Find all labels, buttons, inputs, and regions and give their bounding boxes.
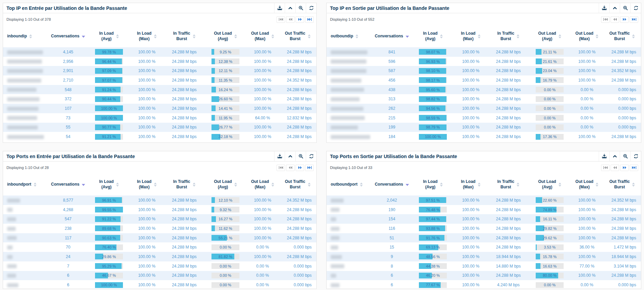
- key-cell-redacted[interactable]: [327, 113, 372, 123]
- col-header-in-load-max[interactable]: In Load(Max): [130, 25, 164, 47]
- key-cell-redacted[interactable]: [3, 261, 48, 271]
- pager-next-button[interactable]: [296, 165, 304, 171]
- key-cell-redacted[interactable]: [327, 75, 372, 85]
- key-cell-redacted[interactable]: [327, 94, 372, 104]
- collapse-button[interactable]: [285, 151, 295, 161]
- key-cell-redacted[interactable]: [327, 66, 372, 75]
- col-header-in-traffic-burst[interactable]: In TrafficBurst: [164, 174, 205, 195]
- col-header-out-load-avg[interactable]: Out Load(Avg): [205, 25, 246, 47]
- pager-last-button[interactable]: [630, 165, 638, 171]
- key-cell-redacted[interactable]: [3, 280, 48, 289]
- key-cell-redacted[interactable]: [327, 205, 372, 215]
- key-cell-redacted[interactable]: [327, 242, 372, 252]
- key-cell-redacted[interactable]: [327, 233, 372, 243]
- col-header-in-load-avg[interactable]: In Load(Avg): [412, 174, 454, 195]
- pager-first-button[interactable]: [277, 165, 285, 171]
- zoom-button[interactable]: [295, 3, 306, 13]
- refresh-button[interactable]: [630, 3, 641, 13]
- refresh-button[interactable]: [630, 151, 641, 161]
- key-cell-redacted[interactable]: [3, 252, 48, 261]
- key-cell-redacted[interactable]: [3, 271, 48, 280]
- col-header-in-load-max[interactable]: In Load(Max): [454, 25, 488, 47]
- key-cell-redacted[interactable]: [3, 85, 48, 95]
- col-header-conversations[interactable]: Conversations: [48, 25, 88, 47]
- key-cell-redacted[interactable]: [327, 132, 372, 141]
- pager-last-button[interactable]: [305, 16, 314, 23]
- export-button[interactable]: [274, 151, 285, 161]
- key-cell-redacted[interactable]: [3, 242, 48, 252]
- key-cell-redacted[interactable]: [3, 113, 48, 123]
- pager-next-button[interactable]: [296, 16, 304, 23]
- key-cell-redacted[interactable]: [327, 280, 372, 289]
- collapse-button[interactable]: [609, 151, 620, 161]
- col-header-out-load-avg[interactable]: Out Load(Avg): [529, 25, 570, 47]
- key-cell-redacted[interactable]: [3, 195, 48, 205]
- key-cell-redacted[interactable]: [327, 104, 372, 113]
- col-header-conversations[interactable]: Conversations: [48, 174, 88, 195]
- key-cell-redacted[interactable]: [3, 47, 48, 57]
- key-cell-redacted[interactable]: [327, 214, 372, 224]
- key-cell-redacted[interactable]: [327, 85, 372, 95]
- col-header-in-load-max[interactable]: In Load(Max): [454, 174, 488, 195]
- col-header-out-load-max[interactable]: Out Load(Max): [246, 25, 279, 47]
- key-cell-redacted[interactable]: [3, 233, 48, 243]
- export-button[interactable]: [599, 3, 609, 13]
- key-cell-redacted[interactable]: [3, 214, 48, 224]
- key-cell-redacted[interactable]: [3, 66, 48, 75]
- col-header-out-traffic-burst[interactable]: Out TrafficBurst: [279, 25, 316, 47]
- key-cell-redacted[interactable]: [3, 75, 48, 85]
- pager-first-button[interactable]: [601, 165, 610, 171]
- key-cell-redacted[interactable]: [3, 224, 48, 233]
- key-cell-redacted[interactable]: [327, 261, 372, 271]
- col-header-out-load-avg[interactable]: Out Load(Avg): [205, 174, 246, 195]
- key-cell-redacted[interactable]: [3, 205, 48, 215]
- key-cell-redacted[interactable]: [327, 57, 372, 66]
- pager-prev-button[interactable]: [611, 16, 619, 23]
- key-cell-redacted[interactable]: [327, 123, 372, 132]
- pager-prev-button[interactable]: [611, 165, 619, 171]
- refresh-button[interactable]: [306, 3, 316, 13]
- key-cell-redacted[interactable]: [327, 252, 372, 261]
- collapse-button[interactable]: [609, 3, 620, 13]
- col-header-inboundport[interactable]: inboundport: [3, 174, 48, 195]
- col-header-outboundip[interactable]: outboundip: [327, 25, 372, 47]
- export-button[interactable]: [599, 151, 609, 161]
- col-header-out-traffic-burst[interactable]: Out TrafficBurst: [603, 25, 641, 47]
- pager-last-button[interactable]: [305, 165, 314, 171]
- collapse-button[interactable]: [285, 3, 295, 13]
- col-header-conversations[interactable]: Conversations: [372, 25, 412, 47]
- refresh-button[interactable]: [306, 151, 316, 161]
- col-header-out-traffic-burst[interactable]: Out TrafficBurst: [603, 174, 641, 195]
- key-cell-redacted[interactable]: [3, 123, 48, 132]
- pager-next-button[interactable]: [620, 16, 629, 23]
- col-header-out-traffic-burst[interactable]: Out TrafficBurst: [279, 174, 316, 195]
- col-header-outboundport[interactable]: outboundport: [327, 174, 372, 195]
- col-header-in-traffic-burst[interactable]: In TrafficBurst: [164, 25, 205, 47]
- pager-first-button[interactable]: [277, 16, 285, 23]
- col-header-inboundip[interactable]: inboundip: [3, 25, 48, 47]
- zoom-button[interactable]: [620, 151, 630, 161]
- key-cell-redacted[interactable]: [3, 104, 48, 113]
- key-cell-redacted[interactable]: [327, 47, 372, 57]
- key-cell-redacted[interactable]: [327, 195, 372, 205]
- key-cell-redacted[interactable]: [3, 132, 48, 141]
- zoom-button[interactable]: [295, 151, 306, 161]
- col-header-conversations[interactable]: Conversations: [372, 174, 412, 195]
- key-cell-redacted[interactable]: [3, 57, 48, 66]
- col-header-in-traffic-burst[interactable]: In TrafficBurst: [488, 174, 529, 195]
- col-header-in-load-max[interactable]: In Load(Max): [130, 174, 164, 195]
- col-header-out-load-max[interactable]: Out Load(Max): [246, 174, 279, 195]
- col-header-in-traffic-burst[interactable]: In TrafficBurst: [488, 25, 529, 47]
- col-header-out-load-avg[interactable]: Out Load(Avg): [529, 174, 570, 195]
- col-header-out-load-max[interactable]: Out Load(Max): [570, 174, 603, 195]
- pager-prev-button[interactable]: [286, 16, 295, 23]
- pager-first-button[interactable]: [601, 16, 610, 23]
- key-cell-redacted[interactable]: [3, 94, 48, 104]
- key-cell-redacted[interactable]: [327, 224, 372, 233]
- col-header-in-load-avg[interactable]: In Load(Avg): [88, 25, 130, 47]
- col-header-in-load-avg[interactable]: In Load(Avg): [412, 25, 454, 47]
- col-header-in-load-avg[interactable]: In Load(Avg): [88, 174, 130, 195]
- col-header-out-load-max[interactable]: Out Load(Max): [570, 25, 603, 47]
- pager-prev-button[interactable]: [286, 165, 295, 171]
- pager-next-button[interactable]: [620, 165, 629, 171]
